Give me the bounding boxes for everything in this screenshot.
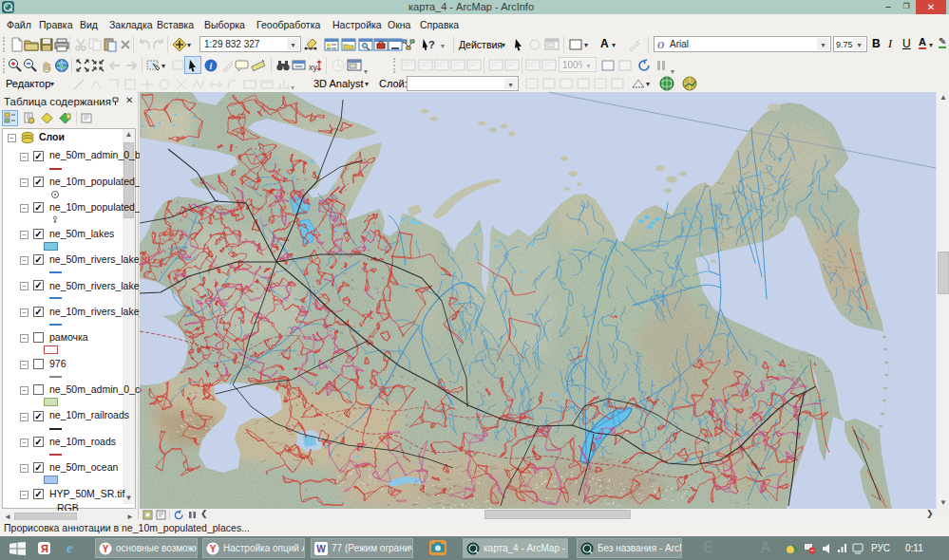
svg-text:xy: xy [309, 63, 318, 72]
svg-text:W: W [316, 544, 326, 554]
svg-text:?: ? [428, 39, 435, 50]
svg-text:i: i [210, 61, 213, 71]
svg-text:Y: Y [210, 544, 217, 554]
svg-text:Y: Y [103, 544, 109, 554]
